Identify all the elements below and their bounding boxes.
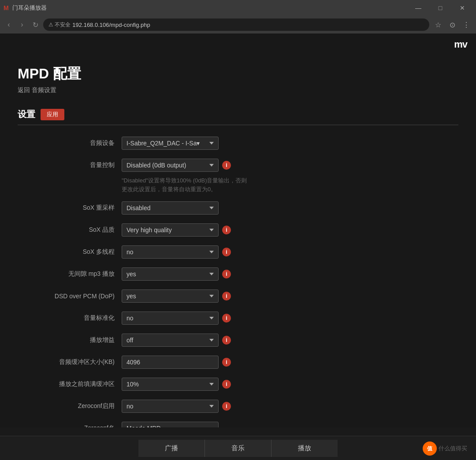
title-bar: M 门耳朵播放器 — □ ✕ <box>0 0 476 16</box>
sox-quality-wrap: Very high quality i <box>122 223 231 237</box>
buffer-before-play-info-icon[interactable]: i <box>222 380 231 389</box>
form-row-zeroconf-enable: Zeroconf启用 no i <box>18 395 458 417</box>
buffer-before-play-wrap: 10% i <box>122 378 231 391</box>
label-zeroconf-enable: Zeroconf启用 <box>18 402 115 410</box>
buffer-before-play-select[interactable]: 10% <box>122 378 219 391</box>
page-title: MPD 配置 <box>18 64 458 84</box>
sox-threads-select[interactable]: no <box>122 245 219 259</box>
label-volume-control: 音量控制 <box>18 161 115 169</box>
volume-control-select[interactable]: Disabled (0dB output) <box>122 159 219 172</box>
playback-button[interactable]: 播放 <box>271 440 338 457</box>
audio-device-select[interactable]: I-Sabre_Q2M_DAC - I-Sa▾ <box>122 137 219 150</box>
volume-control-info-icon[interactable]: i <box>222 161 231 170</box>
top-brand-bar: mv <box>0 33 476 56</box>
sox-threads-info-icon[interactable]: i <box>222 248 231 256</box>
gapless-mp3-wrap: yes i <box>122 267 231 281</box>
label-dsd-dop: DSD over PCM (DoP) <box>18 293 115 300</box>
form-row-buffer-size: 音频缓冲区大小(KB) i <box>18 351 458 373</box>
forward-button[interactable]: › <box>17 19 27 30</box>
form-row-sox-quality: SoX 品质 Very high quality i <box>18 219 458 241</box>
replay-gain-select[interactable]: off <box>122 334 219 347</box>
zeroconf-enable-info-icon[interactable]: i <box>222 402 231 411</box>
back-button[interactable]: ‹ <box>4 19 14 30</box>
form-row-sox-resample: SoX 重采样 Disabled <box>18 197 458 219</box>
sox-quality-select[interactable]: Very high quality <box>122 223 219 237</box>
star-icon[interactable]: ☆ <box>432 19 444 31</box>
close-button[interactable]: ✕ <box>452 1 472 15</box>
zeroconf-name-input[interactable] <box>122 422 219 427</box>
volume-normalization-info-icon[interactable]: i <box>222 314 231 323</box>
sox-quality-info-icon[interactable]: i <box>222 226 231 234</box>
dsd-dop-select[interactable]: yes <box>122 289 219 303</box>
sox-resample-wrap: Disabled <box>122 201 219 215</box>
dsd-dop-wrap: yes i <box>122 289 231 303</box>
zeroconf-enable-select[interactable]: no <box>122 400 219 413</box>
title-bar-text: 门耳朵播放器 <box>12 4 47 12</box>
refresh-button[interactable]: ↻ <box>30 19 41 30</box>
broadcast-button[interactable]: 广播 <box>138 440 205 457</box>
settings-label: 设置 <box>18 108 35 120</box>
form-row-sox-threads: SoX 多线程 no i <box>18 241 458 263</box>
account-icon[interactable]: ⊙ <box>446 19 458 31</box>
settings-header: 设置 应用 <box>18 108 458 125</box>
volume-normalization-wrap: no i <box>122 312 231 325</box>
form-row-buffer-before-play: 播放之前填满缓冲区 10% i <box>18 373 458 395</box>
brand-logo: mv <box>454 39 467 50</box>
replay-gain-wrap: off i <box>122 334 231 347</box>
label-zeroconf-name: Zeroconf名 <box>18 424 115 427</box>
gapless-mp3-info-icon[interactable]: i <box>222 270 231 278</box>
address-bar[interactable]: ⚠ 不安全 192.168.0.106/mpd-config.php <box>43 19 429 31</box>
maximize-button[interactable]: □ <box>430 1 450 15</box>
watermark: 值 什么值得买 <box>423 441 467 456</box>
insecure-label: ⚠ 不安全 <box>48 21 71 29</box>
form-row-gapless-mp3: 无间隙 mp3 播放 yes i <box>18 263 458 285</box>
form-row-volume-control: 音量控制 Disabled (0dB output) i <box>18 154 458 176</box>
label-buffer-before-play: 播放之前填满缓冲区 <box>18 380 115 388</box>
form-row-dsd-dop: DSD over PCM (DoP) yes i <box>18 285 458 307</box>
form-row-replay-gain: 播放增益 off i <box>18 329 458 351</box>
menu-icon[interactable]: ⋮ <box>460 19 472 31</box>
label-volume-normalization: 音量标准化 <box>18 314 115 322</box>
back-link-prefix: 返回 <box>18 86 30 93</box>
volume-normalization-select[interactable]: no <box>122 312 219 325</box>
main-content: MPD 配置 返回 音频设置 设置 应用 音频设备 I-Sabre_Q2M_DA… <box>0 56 476 427</box>
music-button[interactable]: 音乐 <box>205 440 271 457</box>
form-section: 音频设备 I-Sabre_Q2M_DAC - I-Sa▾ 音量控制 Disabl… <box>18 132 458 427</box>
form-row-volume-normalization: 音量标准化 no i <box>18 307 458 329</box>
label-sox-resample: SoX 重采样 <box>18 204 115 212</box>
dsd-dop-info-icon[interactable]: i <box>222 292 231 300</box>
back-link[interactable]: 返回 音频设置 <box>18 86 56 94</box>
label-sox-quality: SoX 品质 <box>18 226 115 234</box>
buffer-size-wrap: i <box>122 356 231 369</box>
bottom-nav: 广播 音乐 播放 <box>0 436 476 460</box>
buffer-size-input[interactable] <box>122 356 219 369</box>
apply-button[interactable]: 应用 <box>41 109 64 120</box>
gapless-mp3-select[interactable]: yes <box>122 267 219 281</box>
volume-hint-row: "Disabled"设置将导致100% (0dB)音量输出，否则 更改此设置后，… <box>18 176 458 197</box>
audio-device-control: I-Sabre_Q2M_DAC - I-Sa▾ <box>122 137 219 150</box>
label-replay-gain: 播放增益 <box>18 336 115 344</box>
buffer-size-info-icon[interactable]: i <box>222 358 231 367</box>
label-buffer-size: 音频缓冲区大小(KB) <box>18 358 115 366</box>
label-sox-threads: SoX 多线程 <box>18 248 115 256</box>
title-bar-favicon: M <box>4 4 9 11</box>
address-bar-row: ‹ › ↻ ⚠ 不安全 192.168.0.106/mpd-config.php… <box>0 16 476 33</box>
zeroconf-enable-wrap: no i <box>122 400 231 413</box>
label-audio-device: 音频设备 <box>18 139 115 147</box>
back-link-text[interactable]: 音频设置 <box>32 86 56 93</box>
watermark-text: 什么值得买 <box>439 445 467 453</box>
volume-hint-text: "Disabled"设置将导致100% (0dB)音量输出，否则 更改此设置后，… <box>122 176 247 193</box>
sox-threads-wrap: no i <box>122 245 231 259</box>
minimize-button[interactable]: — <box>408 1 428 15</box>
form-row-audio-device: 音频设备 I-Sabre_Q2M_DAC - I-Sa▾ <box>18 132 458 154</box>
label-gapless-mp3: 无间隙 mp3 播放 <box>18 270 115 278</box>
address-url: 192.168.0.106/mpd-config.php <box>72 22 150 28</box>
watermark-logo: 值 <box>423 441 437 456</box>
volume-control-wrap: Disabled (0dB output) i <box>122 159 231 172</box>
form-row-zeroconf-name: Zeroconf名 <box>18 417 458 427</box>
zeroconf-name-wrap <box>122 422 219 427</box>
sox-resample-select[interactable]: Disabled <box>122 201 219 215</box>
replay-gain-info-icon[interactable]: i <box>222 336 231 345</box>
